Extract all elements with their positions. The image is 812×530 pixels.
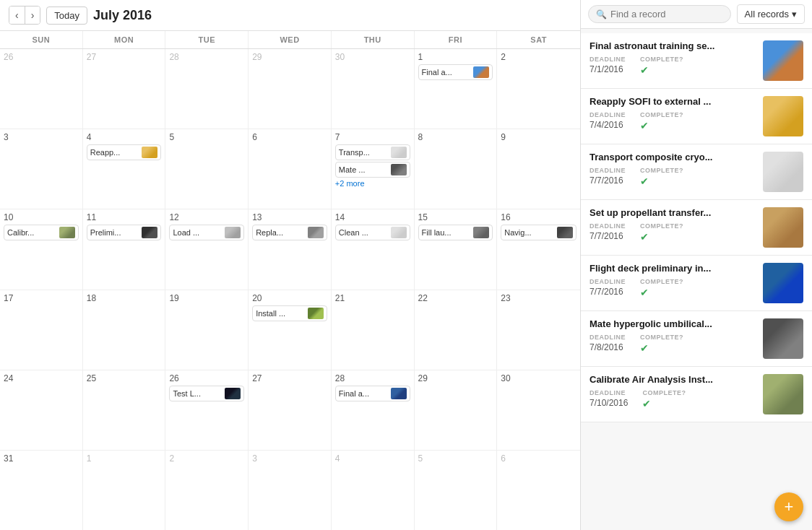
record-card[interactable]: Calibrate Air Analysis Inst...DEADLINE7/… xyxy=(581,367,812,422)
record-card[interactable]: Reapply SOFI to external ...DEADLINE7/4/… xyxy=(581,89,812,144)
record-card[interactable]: Mate hypergolic umbilical...DEADLINE7/8/… xyxy=(581,311,812,367)
event-label: Reapp... xyxy=(90,148,140,157)
event-label: Navig... xyxy=(504,228,555,237)
day-number: 14 xyxy=(335,212,410,222)
record-card[interactable]: Flight deck preliminary in...DEADLINE7/7… xyxy=(581,256,812,311)
event-thumbnail xyxy=(391,227,407,238)
day-cell: 28Final a... xyxy=(332,370,415,450)
record-card[interactable]: Transport composite cryo...DEADLINE7/7/2… xyxy=(581,144,812,200)
day-number: 11 xyxy=(87,212,162,222)
event-chip[interactable]: Navig... xyxy=(501,225,576,240)
calendar-header: ‹ › Today July 2016 xyxy=(0,0,580,31)
day-cell: 3 xyxy=(0,129,83,209)
event-chip[interactable]: Mate ... xyxy=(335,162,410,178)
next-button[interactable]: › xyxy=(25,6,40,24)
deadline-value: 7/7/2016 xyxy=(589,231,626,241)
event-chip[interactable]: Test L... xyxy=(169,386,244,401)
record-title: Mate hypergolic umbilical... xyxy=(589,318,756,329)
day-number: 4 xyxy=(335,453,410,464)
search-box[interactable]: 🔍 xyxy=(588,5,731,23)
event-chip[interactable]: Install ... xyxy=(252,305,327,321)
day-number: 28 xyxy=(335,373,410,383)
event-label: Final a... xyxy=(339,389,389,398)
complete-check: ✔ xyxy=(640,64,683,76)
day-cell: 16Navig... xyxy=(497,209,580,289)
day-number: 30 xyxy=(501,373,576,383)
day-number: 27 xyxy=(252,373,327,383)
day-number: 2 xyxy=(501,52,576,62)
day-number: 13 xyxy=(252,212,327,222)
event-chip[interactable]: Transp... xyxy=(335,144,410,160)
record-thumbnail xyxy=(763,152,803,192)
day-cell: 20Install ... xyxy=(249,290,332,370)
event-chip[interactable]: Clean ... xyxy=(335,225,410,240)
event-thumbnail xyxy=(391,164,407,175)
day-header-mon: MON xyxy=(83,31,166,48)
day-number: 10 xyxy=(4,212,79,222)
day-number: 1 xyxy=(418,52,493,62)
deadline-label: DEADLINE xyxy=(589,389,628,396)
event-chip[interactable]: Reapp... xyxy=(87,144,162,160)
complete-label: COMPLETE? xyxy=(640,111,683,118)
day-number: 16 xyxy=(501,212,576,222)
day-cell: 17 xyxy=(0,290,83,370)
record-thumbnail xyxy=(763,374,803,414)
day-cell: 8 xyxy=(415,129,498,209)
deadline-value: 7/10/2016 xyxy=(589,398,628,408)
event-label: Mate ... xyxy=(339,165,389,174)
event-chip[interactable]: Prelimi... xyxy=(87,225,162,240)
event-label: Repla... xyxy=(256,228,306,237)
complete-label: COMPLETE? xyxy=(642,389,686,396)
day-cell: 29 xyxy=(249,49,332,129)
day-number: 31 xyxy=(4,453,79,464)
event-label: Test L... xyxy=(173,389,223,398)
day-number: 22 xyxy=(418,293,493,303)
day-number: 26 xyxy=(169,373,244,383)
day-number: 19 xyxy=(169,293,244,303)
event-chip[interactable]: Final a... xyxy=(335,386,410,401)
today-button[interactable]: Today xyxy=(46,6,87,25)
event-chip[interactable]: Load ... xyxy=(169,225,244,240)
all-records-button[interactable]: All records ▾ xyxy=(737,4,805,24)
right-panel: 🔍 All records ▾ Final astronaut training… xyxy=(581,0,812,530)
event-label: Prelimi... xyxy=(90,228,140,237)
day-cell: 3 xyxy=(249,451,332,530)
deadline-label: DEADLINE xyxy=(589,167,626,174)
add-record-button[interactable]: + xyxy=(774,492,803,521)
event-label: Transp... xyxy=(339,148,389,157)
deadline-label: DEADLINE xyxy=(589,278,626,285)
day-header-sun: SUN xyxy=(0,31,83,48)
event-chip[interactable]: Final a... xyxy=(418,64,493,80)
deadline-value: 7/7/2016 xyxy=(589,175,626,186)
search-input[interactable] xyxy=(610,9,723,19)
event-thumbnail xyxy=(391,147,407,158)
day-header-tue: TUE xyxy=(165,31,249,48)
prev-button[interactable]: ‹ xyxy=(9,6,25,24)
day-cell: 26 xyxy=(0,49,83,129)
more-events-link[interactable]: +2 more xyxy=(335,179,410,188)
day-number: 24 xyxy=(4,373,79,383)
record-card[interactable]: Set up propellant transfer...DEADLINE7/7… xyxy=(581,200,812,256)
event-chip[interactable]: Repla... xyxy=(252,225,327,240)
day-cell: 22 xyxy=(415,290,498,370)
event-thumbnail xyxy=(225,227,241,238)
event-chip[interactable]: Fill lau... xyxy=(418,225,493,240)
record-thumbnail xyxy=(763,96,803,136)
day-header-thu: THU xyxy=(332,31,415,48)
event-chip[interactable]: Calibr... xyxy=(4,225,79,240)
day-number: 25 xyxy=(87,373,162,383)
deadline-value: 7/7/2016 xyxy=(589,287,626,297)
day-number: 6 xyxy=(252,132,327,142)
day-cell: 13Repla... xyxy=(249,209,332,289)
day-number: 5 xyxy=(169,132,244,142)
day-cell: 12Load ... xyxy=(165,209,249,289)
record-card[interactable]: Final astronaut training se...DEADLINE7/… xyxy=(581,33,812,89)
deadline-value: 7/4/2016 xyxy=(589,120,626,130)
day-cell: 1 xyxy=(83,451,166,530)
day-cell: 25 xyxy=(83,370,166,450)
calendar-grid: SUNMONTUEWEDTHUFRISAT 26272829301Final a… xyxy=(0,31,580,530)
record-title: Flight deck preliminary in... xyxy=(589,263,756,274)
complete-check: ✔ xyxy=(642,398,686,409)
day-cell: 9 xyxy=(497,129,580,209)
day-number: 20 xyxy=(252,293,327,303)
